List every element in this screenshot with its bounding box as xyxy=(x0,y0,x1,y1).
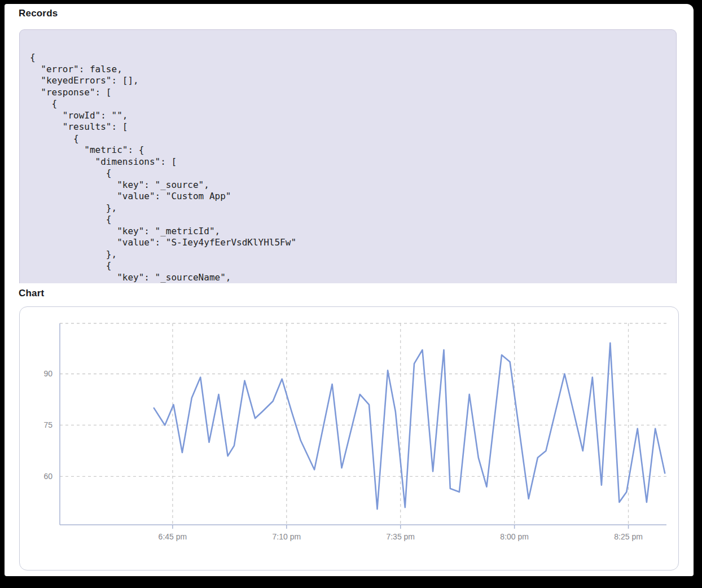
chart-section-title: Chart xyxy=(19,288,44,299)
x-axis-label: 7:10 pm xyxy=(273,532,301,541)
y-axis-label: 60 xyxy=(43,472,52,481)
chart-card: 9075606:45 pm7:10 pm7:35 pm8:00 pm8:25 p… xyxy=(19,306,679,571)
records-json-code: { "error": false, "keyedErrors": [], "re… xyxy=(20,30,676,283)
x-axis-label: 8:25 pm xyxy=(614,532,643,541)
app-window: Records { "error": false, "keyedErrors":… xyxy=(5,4,694,576)
chart-data-line xyxy=(154,343,665,509)
x-axis-label: 7:35 pm xyxy=(386,532,415,541)
records-json-block[interactable]: { "error": false, "keyedErrors": [], "re… xyxy=(19,29,677,283)
x-axis-label: 8:00 pm xyxy=(500,532,529,541)
line-chart: 9075606:45 pm7:10 pm7:35 pm8:00 pm8:25 p… xyxy=(20,307,678,570)
x-axis-label: 6:45 pm xyxy=(159,532,187,541)
y-axis-label: 75 xyxy=(43,420,52,429)
y-axis-label: 90 xyxy=(43,369,52,378)
records-section-title: Records xyxy=(19,8,58,19)
